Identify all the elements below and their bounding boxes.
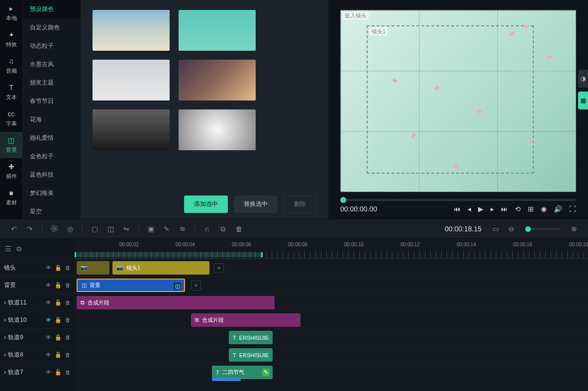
magnet-icon[interactable]: ⓐ	[47, 222, 61, 236]
nav-tab-local[interactable]: ▸ 本地	[0, 0, 22, 26]
category-item[interactable]: 预设颜色	[23, 0, 81, 18]
expand-icon[interactable]: ›	[4, 316, 6, 323]
lock-track-icon[interactable]: 🔓	[55, 282, 62, 289]
track-track9[interactable]: T ERSHISIJIE	[75, 328, 588, 346]
inner-frame[interactable]: 镜头1	[367, 25, 534, 174]
fullscreen-icon[interactable]: ⛶	[569, 205, 576, 213]
track-area[interactable]: 00:00:0200:00:0400:00:0600:00:0800:00:10…	[75, 239, 588, 391]
preview-scrubber[interactable]	[340, 199, 576, 201]
delete-button[interactable]: 删除	[284, 196, 316, 213]
delete-track-icon[interactable]: 🗑	[65, 282, 71, 289]
visibility-icon[interactable]: 👁	[46, 352, 51, 358]
delete-track-icon[interactable]: 🗑	[65, 369, 71, 376]
side-tab-2[interactable]: ▦	[578, 92, 588, 109]
copy-icon[interactable]: ⧉	[216, 222, 230, 236]
add-clip-button[interactable]: +	[214, 263, 224, 273]
lock-track-icon[interactable]: 🔓	[55, 317, 62, 323]
expand-icon[interactable]: ›	[4, 369, 6, 376]
expand-icon[interactable]: ›	[4, 351, 6, 358]
expand-icon[interactable]: ›	[4, 334, 6, 341]
clip-background[interactable]: ◫ 背景 ◫	[77, 279, 185, 292]
category-item[interactable]: 花海	[23, 110, 81, 129]
category-item[interactable]: 自定义颜色	[23, 18, 81, 37]
clip-shots[interactable]: 📷	[77, 261, 109, 275]
nav-tab-audio[interactable]: ♫ 音频	[0, 53, 22, 79]
nav-tab-material[interactable]: ■ 素材	[0, 185, 22, 211]
asset-thumbnail[interactable]	[93, 60, 170, 100]
redo-icon[interactable]: ↷	[23, 222, 37, 236]
add-clip-button[interactable]: +	[191, 281, 201, 291]
delete-track-icon[interactable]: 🗑	[65, 334, 71, 341]
edit-icon[interactable]: ✎	[160, 222, 174, 236]
asset-thumbnail[interactable]	[93, 10, 170, 51]
nav-tab-subtitle[interactable]: cc 字幕	[0, 105, 22, 132]
loop-icon[interactable]: ⟲	[515, 205, 521, 213]
mask-icon[interactable]: ▣	[144, 222, 158, 236]
category-item[interactable]: 梦幻唯美	[23, 184, 81, 202]
clip-track11[interactable]: ⧉ 合成片段	[77, 296, 275, 309]
play-icon[interactable]: ▶	[478, 205, 484, 213]
split-icon[interactable]: ▢	[88, 222, 101, 236]
crop-icon[interactable]: ◫	[103, 222, 117, 236]
category-item[interactable]: 水墨古风	[23, 55, 81, 74]
track-track11[interactable]: ⧉ 合成片段	[75, 293, 588, 311]
replace-selected-button[interactable]: 替换选中	[234, 196, 278, 213]
trash-icon[interactable]: 🗑	[232, 222, 246, 236]
category-item[interactable]: 春节节日	[23, 92, 81, 110]
goto-end-icon[interactable]: ⏭	[501, 205, 508, 213]
nav-tab-text[interactable]: T 文本	[0, 79, 22, 105]
track-track7[interactable]: T 二四节气 ✎	[75, 363, 588, 381]
lock-track-icon[interactable]: 🔓	[55, 369, 62, 376]
asset-thumbnail[interactable]	[179, 10, 256, 51]
step-back-icon[interactable]: ◂	[468, 205, 471, 213]
visibility-icon[interactable]: 👁	[46, 265, 51, 271]
visibility-icon[interactable]: 👁	[46, 334, 51, 341]
delete-track-icon[interactable]: 🗑	[65, 265, 71, 271]
lock-track-icon[interactable]: 🔓	[55, 265, 62, 271]
snapshot-icon[interactable]: ◉	[541, 205, 547, 213]
list-view-icon[interactable]: ☰	[5, 245, 11, 253]
selection-range[interactable]	[75, 252, 263, 257]
delete-track-icon[interactable]: 🗑	[65, 317, 71, 323]
delete-track-icon[interactable]: 🗑	[65, 352, 71, 358]
clip-track7[interactable]	[212, 378, 241, 381]
category-item[interactable]: 颁奖主题	[23, 74, 81, 92]
zoom-slider[interactable]	[525, 228, 560, 230]
category-item[interactable]: 婚礼爱情	[23, 129, 81, 147]
track-shots[interactable]: 📷 📷 镜头1 +	[75, 259, 588, 276]
zoom-out-icon[interactable]: ⊖	[504, 222, 518, 236]
expand-icon[interactable]: ›	[4, 299, 6, 306]
zoom-in-icon[interactable]: ⊕	[567, 222, 581, 236]
category-item[interactable]: 动态粒子	[23, 37, 81, 55]
side-tab-1[interactable]: ◑	[578, 70, 588, 88]
track-track10[interactable]: ⧉ 合成片段	[75, 311, 588, 328]
add-selected-button[interactable]: 添加选中	[184, 196, 228, 213]
clip-track9[interactable]: T ERSHISIJIE	[229, 331, 273, 344]
undo-icon[interactable]: ↶	[7, 222, 21, 236]
lock-track-icon[interactable]: 🔓	[55, 334, 62, 341]
lock-track-icon[interactable]: 🔓	[55, 299, 62, 306]
lock-track-icon[interactable]: 🔓	[55, 352, 62, 358]
nav-tab-background[interactable]: ◫ 背景	[0, 132, 22, 158]
grid-icon[interactable]: ⊞	[528, 205, 534, 213]
category-item[interactable]: 蓝色科技	[23, 166, 81, 184]
dup-icon[interactable]: ⧉	[16, 245, 21, 253]
lock-icon[interactable]: ⎌	[200, 222, 214, 236]
asset-thumbnail[interactable]	[179, 109, 256, 150]
layers-icon[interactable]: ≋	[176, 222, 190, 236]
step-forward-icon[interactable]: ▸	[490, 205, 494, 213]
scrubber-handle[interactable]	[340, 197, 346, 203]
nav-tab-plugin[interactable]: ✚ 插件	[0, 158, 22, 185]
delete-track-icon[interactable]: 🗑	[65, 299, 71, 306]
mirror-icon[interactable]: ⇋	[119, 222, 133, 236]
nav-tab-effects[interactable]: ✦ 特效	[0, 26, 22, 53]
asset-thumbnail[interactable]	[179, 60, 256, 100]
visibility-icon[interactable]: 👁	[46, 369, 51, 376]
timeline-ruler[interactable]: 00:00:0200:00:0400:00:0600:00:0800:00:10…	[75, 239, 588, 259]
range-icon[interactable]: ▭	[489, 222, 502, 236]
visibility-icon[interactable]: 👁	[46, 317, 51, 323]
category-item[interactable]: 金色粒子	[23, 147, 81, 166]
volume-icon[interactable]: 🔊	[554, 205, 562, 213]
asset-thumbnail[interactable]	[93, 109, 170, 150]
clip-track10[interactable]: ⧉ 合成片段	[191, 313, 300, 327]
